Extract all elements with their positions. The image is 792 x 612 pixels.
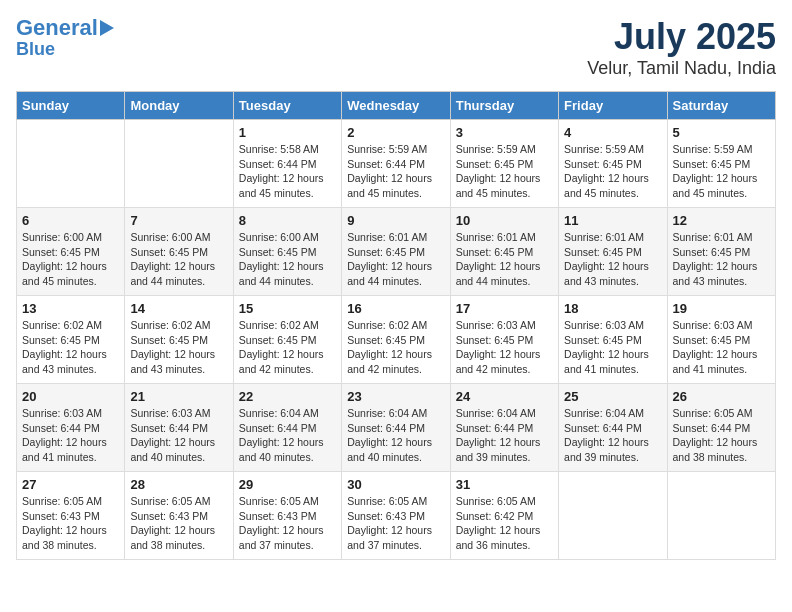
weekday-header: Wednesday [342, 92, 450, 120]
calendar-cell: 2Sunrise: 5:59 AM Sunset: 6:44 PM Daylig… [342, 120, 450, 208]
day-info: Sunrise: 6:03 AM Sunset: 6:45 PM Dayligh… [673, 318, 770, 377]
day-info: Sunrise: 6:04 AM Sunset: 6:44 PM Dayligh… [347, 406, 444, 465]
calendar-week-row: 6Sunrise: 6:00 AM Sunset: 6:45 PM Daylig… [17, 208, 776, 296]
logo: General Blue [16, 16, 114, 60]
calendar-cell: 3Sunrise: 5:59 AM Sunset: 6:45 PM Daylig… [450, 120, 558, 208]
calendar-cell: 21Sunrise: 6:03 AM Sunset: 6:44 PM Dayli… [125, 384, 233, 472]
day-number: 14 [130, 301, 227, 316]
calendar-cell: 23Sunrise: 6:04 AM Sunset: 6:44 PM Dayli… [342, 384, 450, 472]
day-info: Sunrise: 6:05 AM Sunset: 6:43 PM Dayligh… [22, 494, 119, 553]
day-number: 8 [239, 213, 336, 228]
calendar-cell: 5Sunrise: 5:59 AM Sunset: 6:45 PM Daylig… [667, 120, 775, 208]
day-number: 1 [239, 125, 336, 140]
day-number: 6 [22, 213, 119, 228]
day-info: Sunrise: 6:05 AM Sunset: 6:43 PM Dayligh… [347, 494, 444, 553]
calendar-cell: 31Sunrise: 6:05 AM Sunset: 6:42 PM Dayli… [450, 472, 558, 560]
day-info: Sunrise: 6:04 AM Sunset: 6:44 PM Dayligh… [239, 406, 336, 465]
day-number: 12 [673, 213, 770, 228]
logo-subtext: Blue [16, 40, 55, 60]
calendar-cell: 30Sunrise: 6:05 AM Sunset: 6:43 PM Dayli… [342, 472, 450, 560]
day-number: 17 [456, 301, 553, 316]
day-number: 30 [347, 477, 444, 492]
day-number: 23 [347, 389, 444, 404]
calendar-cell [17, 120, 125, 208]
calendar-cell: 18Sunrise: 6:03 AM Sunset: 6:45 PM Dayli… [559, 296, 667, 384]
calendar-cell: 16Sunrise: 6:02 AM Sunset: 6:45 PM Dayli… [342, 296, 450, 384]
day-info: Sunrise: 5:59 AM Sunset: 6:44 PM Dayligh… [347, 142, 444, 201]
page-header: General Blue July 2025 Velur, Tamil Nadu… [16, 16, 776, 79]
calendar-cell: 4Sunrise: 5:59 AM Sunset: 6:45 PM Daylig… [559, 120, 667, 208]
day-number: 11 [564, 213, 661, 228]
day-number: 25 [564, 389, 661, 404]
calendar-week-row: 13Sunrise: 6:02 AM Sunset: 6:45 PM Dayli… [17, 296, 776, 384]
weekday-header: Saturday [667, 92, 775, 120]
calendar-cell [125, 120, 233, 208]
title-block: July 2025 Velur, Tamil Nadu, India [587, 16, 776, 79]
day-number: 10 [456, 213, 553, 228]
calendar-cell: 26Sunrise: 6:05 AM Sunset: 6:44 PM Dayli… [667, 384, 775, 472]
weekday-header: Friday [559, 92, 667, 120]
day-number: 19 [673, 301, 770, 316]
day-info: Sunrise: 6:02 AM Sunset: 6:45 PM Dayligh… [347, 318, 444, 377]
calendar-cell [667, 472, 775, 560]
day-number: 24 [456, 389, 553, 404]
day-number: 28 [130, 477, 227, 492]
day-info: Sunrise: 6:00 AM Sunset: 6:45 PM Dayligh… [239, 230, 336, 289]
day-info: Sunrise: 5:59 AM Sunset: 6:45 PM Dayligh… [673, 142, 770, 201]
day-info: Sunrise: 6:00 AM Sunset: 6:45 PM Dayligh… [130, 230, 227, 289]
day-info: Sunrise: 6:02 AM Sunset: 6:45 PM Dayligh… [22, 318, 119, 377]
day-number: 21 [130, 389, 227, 404]
day-number: 7 [130, 213, 227, 228]
day-number: 27 [22, 477, 119, 492]
day-info: Sunrise: 6:00 AM Sunset: 6:45 PM Dayligh… [22, 230, 119, 289]
weekday-header: Tuesday [233, 92, 341, 120]
calendar-table: SundayMondayTuesdayWednesdayThursdayFrid… [16, 91, 776, 560]
calendar-week-row: 20Sunrise: 6:03 AM Sunset: 6:44 PM Dayli… [17, 384, 776, 472]
calendar-cell [559, 472, 667, 560]
day-info: Sunrise: 6:01 AM Sunset: 6:45 PM Dayligh… [673, 230, 770, 289]
day-number: 5 [673, 125, 770, 140]
day-number: 31 [456, 477, 553, 492]
calendar-week-row: 27Sunrise: 6:05 AM Sunset: 6:43 PM Dayli… [17, 472, 776, 560]
day-info: Sunrise: 5:59 AM Sunset: 6:45 PM Dayligh… [456, 142, 553, 201]
day-info: Sunrise: 6:05 AM Sunset: 6:42 PM Dayligh… [456, 494, 553, 553]
day-info: Sunrise: 5:58 AM Sunset: 6:44 PM Dayligh… [239, 142, 336, 201]
calendar-cell: 8Sunrise: 6:00 AM Sunset: 6:45 PM Daylig… [233, 208, 341, 296]
day-number: 15 [239, 301, 336, 316]
calendar-cell: 20Sunrise: 6:03 AM Sunset: 6:44 PM Dayli… [17, 384, 125, 472]
logo-arrow-icon [100, 20, 114, 36]
calendar-cell: 24Sunrise: 6:04 AM Sunset: 6:44 PM Dayli… [450, 384, 558, 472]
calendar-cell: 9Sunrise: 6:01 AM Sunset: 6:45 PM Daylig… [342, 208, 450, 296]
day-number: 26 [673, 389, 770, 404]
day-number: 16 [347, 301, 444, 316]
day-number: 9 [347, 213, 444, 228]
calendar-cell: 28Sunrise: 6:05 AM Sunset: 6:43 PM Dayli… [125, 472, 233, 560]
day-info: Sunrise: 6:05 AM Sunset: 6:44 PM Dayligh… [673, 406, 770, 465]
calendar-cell: 13Sunrise: 6:02 AM Sunset: 6:45 PM Dayli… [17, 296, 125, 384]
day-info: Sunrise: 6:01 AM Sunset: 6:45 PM Dayligh… [564, 230, 661, 289]
page-title: July 2025 [587, 16, 776, 58]
calendar-cell: 11Sunrise: 6:01 AM Sunset: 6:45 PM Dayli… [559, 208, 667, 296]
calendar-cell: 22Sunrise: 6:04 AM Sunset: 6:44 PM Dayli… [233, 384, 341, 472]
weekday-header: Monday [125, 92, 233, 120]
calendar-week-row: 1Sunrise: 5:58 AM Sunset: 6:44 PM Daylig… [17, 120, 776, 208]
day-info: Sunrise: 6:05 AM Sunset: 6:43 PM Dayligh… [239, 494, 336, 553]
day-info: Sunrise: 6:01 AM Sunset: 6:45 PM Dayligh… [347, 230, 444, 289]
calendar-cell: 27Sunrise: 6:05 AM Sunset: 6:43 PM Dayli… [17, 472, 125, 560]
day-info: Sunrise: 6:02 AM Sunset: 6:45 PM Dayligh… [130, 318, 227, 377]
calendar-cell: 6Sunrise: 6:00 AM Sunset: 6:45 PM Daylig… [17, 208, 125, 296]
day-info: Sunrise: 6:03 AM Sunset: 6:45 PM Dayligh… [456, 318, 553, 377]
day-info: Sunrise: 6:03 AM Sunset: 6:44 PM Dayligh… [22, 406, 119, 465]
calendar-cell: 17Sunrise: 6:03 AM Sunset: 6:45 PM Dayli… [450, 296, 558, 384]
calendar-cell: 1Sunrise: 5:58 AM Sunset: 6:44 PM Daylig… [233, 120, 341, 208]
day-info: Sunrise: 6:03 AM Sunset: 6:45 PM Dayligh… [564, 318, 661, 377]
day-number: 29 [239, 477, 336, 492]
day-number: 2 [347, 125, 444, 140]
day-info: Sunrise: 6:03 AM Sunset: 6:44 PM Dayligh… [130, 406, 227, 465]
day-info: Sunrise: 5:59 AM Sunset: 6:45 PM Dayligh… [564, 142, 661, 201]
day-info: Sunrise: 6:01 AM Sunset: 6:45 PM Dayligh… [456, 230, 553, 289]
day-number: 3 [456, 125, 553, 140]
day-info: Sunrise: 6:02 AM Sunset: 6:45 PM Dayligh… [239, 318, 336, 377]
day-number: 18 [564, 301, 661, 316]
calendar-cell: 19Sunrise: 6:03 AM Sunset: 6:45 PM Dayli… [667, 296, 775, 384]
